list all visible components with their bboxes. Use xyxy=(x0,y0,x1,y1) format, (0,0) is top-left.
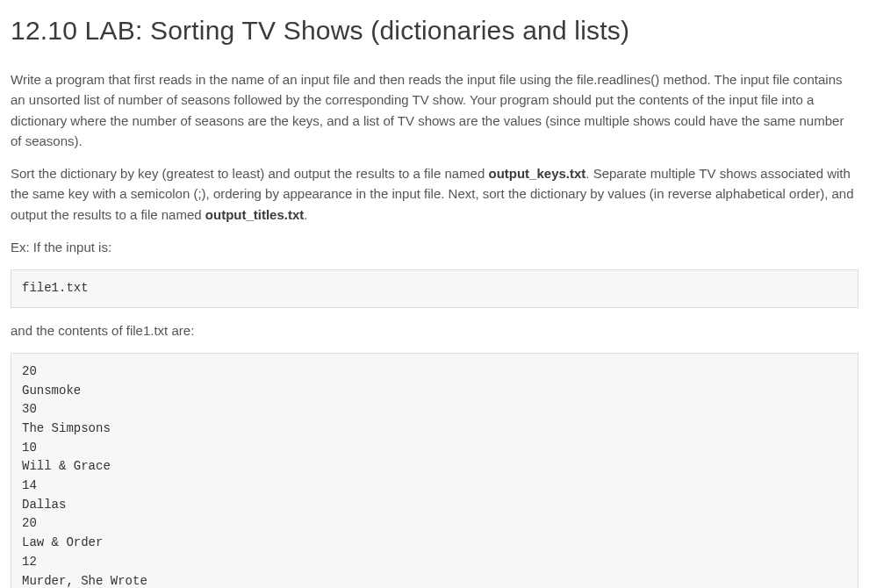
paragraph-example-label: Ex: If the input is: xyxy=(11,237,858,257)
paragraph-file-contents-label: and the contents of file1.txt are: xyxy=(11,320,858,341)
code-input-filename: file1.txt xyxy=(11,269,858,308)
output-titles-filename: output_titles.txt xyxy=(205,207,305,222)
page-title: 12.10 LAB: Sorting TV Shows (dictionarie… xyxy=(11,11,858,50)
paragraph-instructions: Sort the dictionary by key (greatest to … xyxy=(11,163,858,225)
code-file-contents: 20 Gunsmoke 30 The Simpsons 10 Will & Gr… xyxy=(11,353,858,588)
paragraph-intro: Write a program that first reads in the … xyxy=(11,69,858,151)
text-segment: Sort the dictionary by key (greatest to … xyxy=(11,166,488,181)
text-segment: . xyxy=(304,207,307,222)
output-keys-filename: output_keys.txt xyxy=(488,166,585,181)
